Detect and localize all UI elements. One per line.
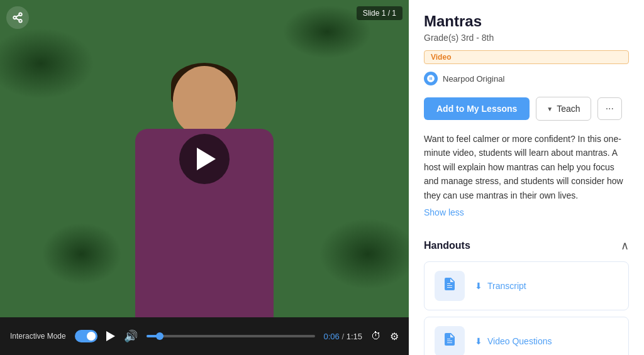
video-questions-label: Video Questions <box>487 336 552 346</box>
teach-button[interactable]: ▼ Teach <box>536 97 591 121</box>
lesson-description: Want to feel calmer or more confident? I… <box>424 132 629 202</box>
time-separator: / <box>341 332 346 341</box>
handouts-title: Handouts <box>424 240 470 251</box>
transcript-label: Transcript <box>487 281 526 291</box>
video-badge: Video <box>424 50 629 64</box>
controls-bar: Interactive Mode 🔊 0:06 / 1:15 ⏱ ⚙ <box>0 317 409 355</box>
progress-thumb <box>156 332 164 340</box>
person-head <box>173 66 236 135</box>
lesson-grade: Grade(s) 3rd - 8th <box>424 33 629 43</box>
handout-item-transcript: ⬇ Transcript <box>424 261 629 310</box>
slide-indicator: Slide 1 / 1 <box>357 6 402 20</box>
settings-button[interactable]: ⚙ <box>390 330 399 342</box>
time-current: 0:06 <box>324 332 340 341</box>
interactive-mode-toggle[interactable] <box>75 330 97 342</box>
video-area[interactable]: Slide 1 / 1 <box>0 0 409 317</box>
play-icon <box>106 331 115 341</box>
action-buttons: Add to My Lessons ▼ Teach ··· <box>424 97 629 121</box>
video-questions-download-link[interactable]: ⬇ Video Questions <box>475 336 552 346</box>
teach-label: Teach <box>557 104 580 114</box>
show-less-button[interactable]: Show less <box>424 207 629 217</box>
download-icon: ⬇ <box>475 281 482 291</box>
video-questions-document-icon <box>442 332 457 351</box>
teach-chevron-icon: ▼ <box>547 106 553 112</box>
progress-bar[interactable] <box>147 335 315 337</box>
add-to-lessons-button[interactable]: Add to My Lessons <box>424 97 530 120</box>
interactive-mode-label: Interactive Mode <box>10 332 66 341</box>
transcript-download-link[interactable]: ⬇ Transcript <box>475 281 526 291</box>
handout-icon-box-transcript <box>435 271 465 301</box>
play-button-center[interactable] <box>179 134 230 184</box>
more-options-button[interactable]: ··· <box>597 97 622 120</box>
transcript-document-icon <box>442 276 457 295</box>
svg-line-4 <box>16 15 19 17</box>
play-pause-button[interactable] <box>106 331 115 341</box>
person-figure <box>116 53 292 317</box>
nearpod-original-label: Nearpod Original <box>443 74 504 84</box>
nearpod-logo <box>424 72 438 85</box>
time-total: 1:15 <box>347 332 362 341</box>
handout-icon-box-video-questions <box>435 326 465 355</box>
svg-line-3 <box>16 18 19 20</box>
lesson-title: Mantras <box>424 13 629 30</box>
play-triangle-icon <box>197 148 216 170</box>
volume-button[interactable]: 🔊 <box>124 329 138 343</box>
nearpod-original: Nearpod Original <box>424 72 629 85</box>
handouts-header: Handouts ∧ <box>424 239 629 253</box>
toggle-knob <box>87 332 96 341</box>
collapse-handouts-icon[interactable]: ∧ <box>621 239 629 253</box>
handout-item-video-questions: ⬇ Video Questions <box>424 317 629 355</box>
video-player: Slide 1 / 1 Interactive Mode 🔊 0:06 / 1:… <box>0 0 409 355</box>
timer-button[interactable]: ⏱ <box>371 330 381 342</box>
progress-fill <box>147 335 160 337</box>
right-panel: Mantras Grade(s) 3rd - 8th Video Nearpod… <box>409 0 644 355</box>
time-display: 0:06 / 1:15 <box>324 332 362 341</box>
share-button[interactable] <box>6 6 29 29</box>
download-icon-2: ⬇ <box>475 336 482 346</box>
